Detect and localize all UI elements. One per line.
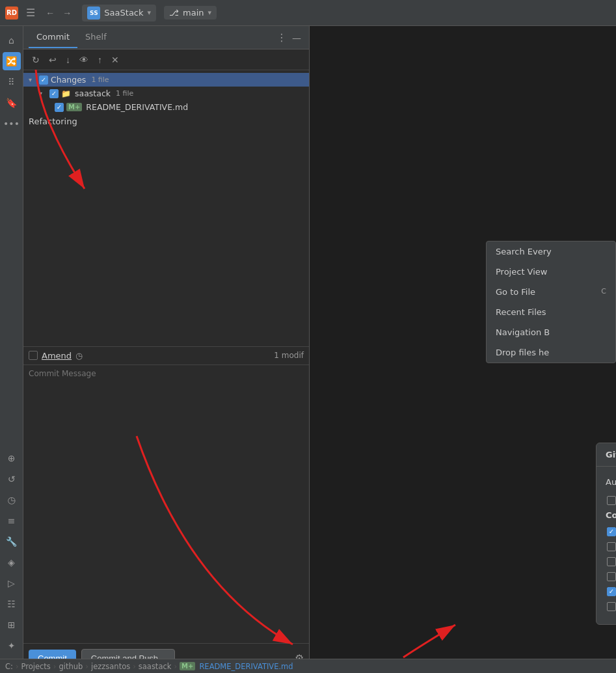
status-drive[interactable]: C: xyxy=(5,662,13,671)
status-repo[interactable]: saastack xyxy=(139,662,172,671)
upload-button[interactable]: ↑ xyxy=(94,53,105,67)
saastack-arrow: ▾ xyxy=(39,90,47,97)
readme-checkbox[interactable]: ✓ xyxy=(55,103,64,112)
sidebar-icon-play[interactable]: ▷ xyxy=(3,574,21,592)
sidebar-icon-tools[interactable]: 🔧 xyxy=(3,532,21,551)
popup-navigation-bar[interactable]: Navigation B xyxy=(487,322,615,342)
rearrange-row: Rearrange code xyxy=(606,556,616,566)
readme-row[interactable]: ✓ M+ README_DERIVATIVE.md xyxy=(23,100,309,114)
sidebar-icon-settings[interactable]: ✦ xyxy=(3,637,21,655)
popup-navigation-bar-label: Navigation B xyxy=(496,327,550,337)
changes-label: Changes xyxy=(51,75,86,85)
undo-button[interactable]: ↩ xyxy=(46,53,60,67)
cleanup-row: ✓ Cleanup with 'SaaStack Full' profile C… xyxy=(606,586,616,596)
tab-minimize-button[interactable]: — xyxy=(289,30,304,46)
status-github[interactable]: github xyxy=(59,662,83,671)
sidebar-icon-timer[interactable]: ◷ xyxy=(3,491,21,509)
popup-search-every[interactable]: Search Every xyxy=(487,241,615,262)
popup-go-to-file[interactable]: Go to File C xyxy=(487,282,615,302)
reformat-checkbox[interactable] xyxy=(607,542,616,551)
popup-drop-files-label: Drop files he xyxy=(496,348,549,357)
popup-recent-files[interactable]: Recent Files xyxy=(487,302,615,322)
sidebar-icon-structure[interactable]: ⠿ xyxy=(3,73,21,91)
close-button[interactable]: ✕ xyxy=(108,53,122,67)
changes-count: 1 file xyxy=(91,76,109,84)
folder-icon: 📁 xyxy=(61,89,71,98)
sidebar-icon-layers[interactable]: ◈ xyxy=(3,553,21,571)
saastack-label: saastack xyxy=(75,89,111,98)
nav-forward-button[interactable]: → xyxy=(60,7,74,20)
status-user[interactable]: jezzsantos xyxy=(91,662,130,671)
check-todo-checkbox[interactable]: ✓ xyxy=(607,527,616,536)
sidebar-icons: ⌂ 🔀 ⠿ 🔖 ••• ⊕ ↺ ◷ ≡ 🔧 ◈ ▷ ☷ ⊞ ✦ xyxy=(0,26,23,673)
commit-message-area xyxy=(23,365,309,644)
refactoring-label: Refactoring xyxy=(23,114,309,129)
signoff-row: Sign-off commit xyxy=(606,495,616,505)
sidebar-icon-android[interactable]: ☷ xyxy=(3,595,21,613)
app-logo: RD xyxy=(5,7,18,20)
amend-checkbox[interactable] xyxy=(29,351,38,360)
commit-panel: Commit Shelf ⋮ — ↻ ↩ ↓ 👁 ↑ ✕ ▾ ✓ Changes… xyxy=(23,26,310,673)
signoff-checkbox[interactable] xyxy=(607,496,616,505)
main-layout: ⌂ 🔀 ⠿ 🔖 ••• ⊕ ↺ ◷ ≡ 🔧 ◈ ▷ ☷ ⊞ ✦ Commit S… xyxy=(0,26,616,673)
tab-bar: Commit Shelf ⋮ — xyxy=(23,26,309,49)
sidebar-icon-bookmarks[interactable]: 🔖 xyxy=(3,94,21,112)
goto-file-shortcut: C xyxy=(601,287,606,297)
changes-checkbox[interactable]: ✓ xyxy=(39,76,48,85)
git-dialog: Git Author: Sign-off commit Commit Check… xyxy=(596,443,616,625)
status-projects[interactable]: Projects xyxy=(21,662,51,671)
amend-row: Amend ◷ 1 modif xyxy=(23,346,309,365)
saastack-row[interactable]: ▾ ✓ 📁 saastack 1 file xyxy=(23,87,309,100)
title-bar: RD ☰ ← → SS SaaStack ▾ ⎇ main ▾ xyxy=(0,0,616,26)
tab-commit[interactable]: Commit xyxy=(29,27,77,48)
commit-message-input[interactable] xyxy=(29,369,304,640)
status-file[interactable]: README_DERIVATIVE.md xyxy=(199,662,293,671)
branch-icon: ⎇ xyxy=(169,8,179,18)
sidebar-icon-more[interactable]: ••• xyxy=(3,115,21,133)
sidebar-icon-git[interactable]: ↺ xyxy=(3,470,21,488)
saastack-checkbox[interactable]: ✓ xyxy=(49,89,59,98)
popup-recent-files-label: Recent Files xyxy=(496,307,546,317)
sidebar-icon-vcs[interactable]: 🔀 xyxy=(3,52,21,70)
git-dialog-body: Author: Sign-off commit Commit Checks ✓ … xyxy=(596,467,616,624)
readme-badge: M+ xyxy=(66,103,82,111)
chevron-down-icon: ▾ xyxy=(148,8,152,17)
sidebar-icon-terminal[interactable]: ⊞ xyxy=(3,616,21,634)
commit-checks-label: Commit Checks xyxy=(606,510,616,520)
menu-icon[interactable]: ☰ xyxy=(23,5,38,20)
optimize-row: Optimize imports xyxy=(606,571,616,581)
amend-label[interactable]: Amend xyxy=(42,351,72,361)
nav-buttons: ← → xyxy=(43,7,74,20)
popup-project-view-label: Project View xyxy=(496,267,547,277)
branch-selector[interactable]: ⎇ main ▾ xyxy=(164,6,217,20)
preview-button[interactable]: 👁 xyxy=(76,53,92,67)
tab-shelf[interactable]: Shelf xyxy=(77,27,114,48)
refresh-button[interactable]: ↻ xyxy=(29,53,43,67)
changes-arrow: ▾ xyxy=(29,76,36,83)
optimize-checkbox[interactable] xyxy=(607,572,616,581)
sidebar-icon-home[interactable]: ⌂ xyxy=(3,31,21,49)
sidebar-icon-list[interactable]: ≡ xyxy=(3,512,21,530)
avatar: SS xyxy=(87,7,100,20)
git-dialog-header: Git xyxy=(596,443,616,467)
author-label: Author: xyxy=(606,477,616,487)
file-tree: ▾ ✓ Changes 1 file ▾ ✓ 📁 saastack 1 file… xyxy=(23,70,309,346)
popup-drop-files[interactable]: Drop files he xyxy=(487,342,615,363)
sidebar-icon-plugins[interactable]: ⊕ xyxy=(3,449,21,467)
terraform-checkbox[interactable] xyxy=(607,602,616,611)
cleanup-checkbox[interactable]: ✓ xyxy=(607,587,616,596)
reformat-row: Reformat code xyxy=(606,542,616,551)
amend-clock-icon[interactable]: ◷ xyxy=(75,351,83,361)
author-row: Author: xyxy=(606,474,616,489)
popup-project-view[interactable]: Project View xyxy=(487,262,615,282)
terraform-row: Terraform fmt xyxy=(606,601,616,611)
status-bar: C: › Projects › github › jezzsantos › sa… xyxy=(0,659,616,673)
project-selector[interactable]: SS SaaStack ▾ xyxy=(82,5,156,21)
tab-more-button[interactable]: ⋮ xyxy=(274,29,289,46)
download-button[interactable]: ↓ xyxy=(62,53,74,67)
rearrange-checkbox[interactable] xyxy=(607,557,616,566)
status-badge: M+ xyxy=(180,662,195,670)
branch-name: main xyxy=(183,8,204,18)
nav-back-button[interactable]: ← xyxy=(43,7,57,20)
changes-row[interactable]: ▾ ✓ Changes 1 file xyxy=(23,73,309,87)
